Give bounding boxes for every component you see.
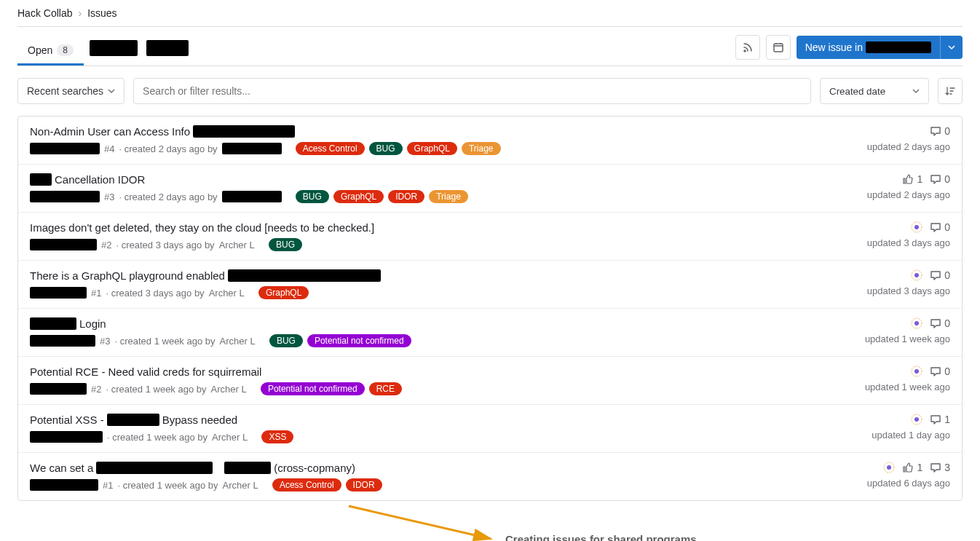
comments-count[interactable]: 0	[930, 173, 950, 185]
thumbs-up-count[interactable]: 1	[902, 462, 922, 473]
recent-searches-button[interactable]: Recent searches	[17, 78, 125, 104]
comments-count[interactable]: 0	[930, 269, 950, 281]
chevron-down-icon	[948, 44, 955, 51]
issue-label[interactable]: Acess Control	[272, 478, 341, 491]
redacted	[193, 125, 295, 138]
issue-tabs: Open 8	[17, 33, 191, 66]
issue-label[interactable]: Potential not confirmed	[261, 382, 365, 395]
new-issue-button[interactable]: New issue in	[797, 36, 940, 59]
issue-updated: updated 3 days ago	[867, 285, 950, 296]
issue-created: · created 2 days ago by	[119, 191, 217, 202]
tab-redacted-2[interactable]	[143, 33, 191, 66]
issue-label[interactable]: GraphQL	[333, 190, 384, 203]
issue-title: Non-Admin User can Access Info	[30, 125, 190, 138]
svg-line-13	[349, 506, 491, 539]
tab-open[interactable]: Open 8	[17, 37, 84, 66]
sort-field-select[interactable]: Created date	[820, 78, 929, 104]
new-issue-project-redacted	[866, 42, 931, 53]
chevron-down-icon	[108, 87, 115, 95]
annotation: Creating issues for shared programs	[17, 510, 963, 541]
issue-author: Archer L	[219, 240, 255, 250]
issue-label[interactable]: BUG	[296, 190, 329, 203]
confidential-icon	[911, 366, 922, 377]
issue-updated: updated 2 days ago	[867, 141, 950, 152]
new-issue-label: New issue in	[805, 42, 863, 53]
tab-redacted-1[interactable]	[87, 33, 141, 66]
issue-label[interactable]: Acess Control	[296, 142, 365, 155]
rss-button[interactable]	[735, 35, 760, 60]
issue-title: Images don't get deleted, they stay on t…	[30, 221, 374, 234]
comments-count[interactable]: 0	[930, 125, 950, 137]
recent-searches-label: Recent searches	[27, 85, 103, 97]
issue-row[interactable]: Potential XSS - Bypass needed · created …	[18, 405, 962, 453]
issue-label[interactable]: BUG	[369, 142, 403, 155]
breadcrumb-current: Issues	[87, 7, 116, 19]
search-input[interactable]	[133, 78, 811, 104]
comments-count[interactable]: 0	[930, 366, 950, 377]
issue-row[interactable]: Images don't get deleted, they stay on t…	[18, 213, 962, 261]
issue-label[interactable]: GraphQL	[258, 286, 309, 299]
redacted	[30, 173, 52, 186]
redacted	[228, 269, 381, 282]
issue-ref: #3	[104, 191, 114, 202]
issue-ref: #1	[103, 480, 113, 491]
issue-label[interactable]: Triage	[429, 190, 468, 203]
breadcrumbs: Hack Collab › Issues	[17, 0, 963, 26]
svg-point-12	[887, 465, 891, 470]
comments-count[interactable]: 0	[930, 317, 950, 329]
issue-created: · created 2 days ago by	[119, 143, 217, 154]
issue-updated: updated 6 days ago	[867, 478, 950, 489]
issue-updated: updated 1 week ago	[865, 333, 950, 344]
issue-row[interactable]: Non-Admin User can Access Info #4 · crea…	[18, 117, 962, 165]
confidential-icon	[911, 317, 922, 329]
sort-direction-button[interactable]	[938, 78, 963, 104]
svg-rect-0	[774, 44, 783, 52]
issue-row[interactable]: Login #3 · created 1 week ago by Archer …	[18, 309, 962, 357]
redacted	[222, 143, 282, 154]
issue-author: Archer L	[209, 288, 245, 299]
issue-title: Cancellation IDOR	[55, 173, 145, 186]
issue-label[interactable]: XSS	[261, 430, 293, 443]
redacted	[222, 191, 282, 202]
issue-created: · created 1 week ago by	[114, 336, 215, 347]
new-issue-dropdown[interactable]	[940, 36, 963, 59]
annotation-text: Creating issues for shared programs	[505, 533, 697, 541]
breadcrumb-root[interactable]: Hack Collab	[17, 7, 72, 19]
calendar-icon	[772, 42, 784, 53]
svg-point-6	[914, 321, 919, 325]
comments-count[interactable]: 3	[930, 462, 950, 473]
redacted	[30, 287, 87, 299]
calendar-button[interactable]	[766, 35, 791, 60]
thumbs-up-count[interactable]: 1	[902, 173, 922, 185]
issue-label[interactable]: IDOR	[346, 478, 382, 491]
svg-point-2	[914, 225, 919, 229]
svg-point-4	[914, 273, 919, 277]
issue-row[interactable]: Cancellation IDOR #3 · created 2 days ag…	[18, 165, 962, 213]
issue-row[interactable]: We can set a (cross-copmany) #1 · create…	[18, 453, 962, 500]
chevron-down-icon	[912, 87, 920, 95]
issue-label[interactable]: IDOR	[388, 190, 424, 203]
redacted	[30, 191, 100, 202]
issue-author: Archer L	[211, 384, 247, 395]
issue-updated: updated 3 days ago	[867, 237, 950, 248]
comments-count[interactable]: 1	[930, 414, 950, 425]
issue-ref: #2	[101, 240, 111, 250]
issue-label[interactable]: BUG	[269, 238, 302, 251]
comments-count[interactable]: 0	[930, 221, 950, 233]
arrow-icon	[345, 502, 505, 541]
issue-row[interactable]: Potential RCE - Need valid creds for squ…	[18, 357, 962, 405]
issue-label[interactable]: GraphQL	[407, 142, 457, 155]
confidential-icon	[883, 462, 895, 473]
issue-label[interactable]: BUG	[269, 334, 303, 347]
issue-created: · created 1 week ago by	[106, 384, 206, 395]
issue-label[interactable]: RCE	[369, 382, 402, 395]
issue-created: · created 3 days ago by	[106, 288, 204, 299]
issue-row[interactable]: There is a GraphQL playground enabled #1…	[18, 261, 962, 309]
issue-label[interactable]: Potential not confirmed	[307, 334, 411, 347]
issue-label[interactable]: Triage	[462, 142, 501, 155]
issue-created: · created 1 week ago by	[107, 432, 208, 443]
sort-field-label: Created date	[829, 86, 885, 97]
redacted	[30, 479, 98, 491]
redacted	[30, 239, 97, 250]
tab-open-label: Open	[28, 44, 52, 56]
